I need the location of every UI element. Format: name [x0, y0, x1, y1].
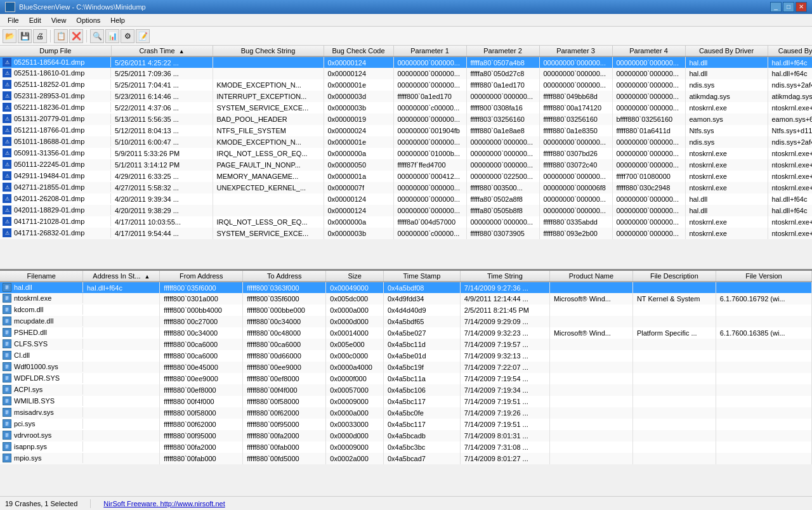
- list-item[interactable]: mcupdate.dllfffff880`00c27000fffff880`00…: [0, 316, 812, 327]
- table-row[interactable]: ⚠042711-21855-01.dmp4/27/2011 5:58:32 ..…: [0, 182, 812, 193]
- toolbar-btn-5[interactable]: ❌: [69, 29, 83, 43]
- driver-filename-text: ACPI.sys: [14, 386, 43, 393]
- toolbar-btn-9[interactable]: 📝: [136, 29, 150, 43]
- bsod-icon: ⚠: [3, 69, 11, 77]
- title-bar-title: BlueScreenView - C:\Windows\Minidump: [19, 3, 146, 11]
- bsod-icon: ⚠: [3, 91, 11, 100]
- col-parameter2[interactable]: Parameter 2: [466, 46, 539, 56]
- table-row[interactable]: ⚠051011-18688-01.dmp5/10/2011 6:00:47 ..…: [0, 136, 812, 148]
- table-row[interactable]: ⚠052211-18236-01.dmp5/22/2011 4:37:06 ..…: [0, 102, 812, 114]
- table-row[interactable]: ⚠052511-18610-01.dmp5/25/2011 7:09:36 ..…: [0, 68, 812, 79]
- list-item[interactable]: ntoskrnl.exefffff800`0301a000fffff800`03…: [0, 293, 812, 304]
- list-item[interactable]: pci.sysfffff880`00f62000fffff880`00f9500…: [0, 419, 812, 430]
- bsod-icon: ⚠: [3, 80, 11, 89]
- list-item[interactable]: WMILIB.SYSfffff880`00f4f000fffff880`00f5…: [0, 396, 812, 407]
- list-item[interactable]: ACPI.sysfffff880`00ef8000fffff880`00f4f0…: [0, 384, 812, 396]
- driver-details-panel: Filename Address In St... ▲ From Address…: [0, 271, 812, 496]
- filename-text: 052211-18236-01.dmp: [14, 103, 84, 111]
- col-parameter4[interactable]: Parameter 4: [612, 46, 685, 56]
- menu-help[interactable]: Help: [105, 15, 130, 25]
- col-crash-time[interactable]: Crash Time ▲: [111, 46, 213, 56]
- list-item[interactable]: Wdf01000.sysfffff880`00e45000fffff880`00…: [0, 362, 812, 373]
- col-bug-check-code[interactable]: Bug Check Code: [324, 46, 393, 56]
- menu-file[interactable]: File: [3, 15, 24, 25]
- toolbar-btn-4[interactable]: 📋: [54, 29, 68, 43]
- table-row[interactable]: ⚠051211-18766-01.dmp5/12/2011 8:04:13 ..…: [0, 125, 812, 136]
- minimize-button[interactable]: _: [770, 2, 782, 12]
- list-item[interactable]: vdrvroot.sysfffff880`00f95000fffff880`00…: [0, 430, 812, 441]
- table-row[interactable]: ⚠052511-18564-01.dmp5/26/2011 4:25:22 ..…: [0, 56, 812, 68]
- file-icon: [3, 408, 11, 417]
- filename-text: 041711-26832-01.dmp: [14, 229, 84, 237]
- driver-filename-text: isapnp.sys: [14, 443, 47, 450]
- list-item[interactable]: CLFS.SYSfffff880`00ca6000fffff880`00ca60…: [0, 339, 812, 350]
- list-item[interactable]: msisadrv.sysfffff880`00f58000fffff880`00…: [0, 407, 812, 419]
- lower-table-container[interactable]: Filename Address In St... ▲ From Address…: [0, 271, 812, 496]
- col-file-description[interactable]: File Description: [632, 271, 716, 282]
- col-dump-file[interactable]: Dump File: [0, 46, 111, 56]
- col-file-version[interactable]: File Version: [716, 271, 811, 282]
- bsod-icon: ⚠: [3, 114, 11, 123]
- table-row[interactable]: ⚠052511-18252-01.dmp5/25/2011 7:04:41 ..…: [0, 79, 812, 91]
- table-row[interactable]: ⚠051311-20779-01.dmp5/13/2011 5:56:35 ..…: [0, 114, 812, 125]
- table-row[interactable]: ⚠041711-26832-01.dmp4/17/2011 9:54:44 ..…: [0, 228, 812, 239]
- menu-view[interactable]: View: [46, 15, 72, 25]
- file-icon: [3, 351, 11, 360]
- maximize-button[interactable]: □: [783, 2, 794, 12]
- col-parameter1[interactable]: Parameter 1: [393, 46, 466, 56]
- table-row[interactable]: ⚠042911-19484-01.dmp4/29/2011 6:33:25 ..…: [0, 171, 812, 182]
- col-caused-driver[interactable]: Caused By Driver: [685, 46, 768, 56]
- bsod-icon: ⚠: [3, 58, 11, 67]
- col-bug-check-string[interactable]: Bug Check String: [213, 46, 324, 56]
- menu-options[interactable]: Options: [71, 15, 105, 25]
- file-icon: [3, 396, 11, 405]
- toolbar-btn-2[interactable]: 💾: [18, 29, 32, 43]
- list-item[interactable]: isapnp.sysfffff880`00fa2000fffff880`00fa…: [0, 441, 812, 453]
- list-item[interactable]: kdcom.dllfffff800`000bb4000fffff800`000b…: [0, 304, 812, 316]
- toolbar-btn-6[interactable]: 🔍: [90, 29, 104, 43]
- lower-table-header: Filename Address In St... ▲ From Address…: [0, 271, 812, 282]
- col-parameter3[interactable]: Parameter 3: [539, 46, 612, 56]
- bsod-icon: ⚠: [3, 206, 11, 214]
- bsod-icon: ⚠: [3, 228, 11, 237]
- driver-filename-text: msisadrv.sys: [14, 409, 54, 416]
- toolbar-btn-3[interactable]: 🖨: [33, 29, 47, 43]
- table-row[interactable]: ⚠050111-22245-01.dmp5/1/2011 3:14:12 PMP…: [0, 159, 812, 171]
- col-time-string[interactable]: Time String: [460, 271, 549, 282]
- close-button[interactable]: ✕: [796, 2, 807, 12]
- table-row[interactable]: ⚠041711-21028-01.dmp4/17/2011 10:03:55..…: [0, 216, 812, 228]
- list-item[interactable]: hal.dllhal.dll+f64cfffff800`035f6000ffff…: [0, 282, 812, 293]
- col-filename[interactable]: Filename: [0, 271, 83, 282]
- toolbar-btn-7[interactable]: 📊: [105, 29, 119, 43]
- table-row[interactable]: ⚠042011-18829-01.dmp4/20/2011 9:38:29 ..…: [0, 205, 812, 216]
- table-row[interactable]: ⚠052311-28953-01.dmp5/23/2011 6:14:46 ..…: [0, 91, 812, 102]
- toolbar-btn-8[interactable]: ⚙: [121, 29, 134, 43]
- driver-filename-text: Wdf01000.sys: [14, 363, 58, 370]
- driver-table: Filename Address In St... ▲ From Address…: [0, 271, 812, 464]
- file-icon: [3, 328, 11, 337]
- filename-text: 042011-26208-01.dmp: [14, 195, 84, 202]
- upper-table-container[interactable]: Dump File Crash Time ▲ Bug Check String …: [0, 46, 812, 269]
- col-caused-address[interactable]: Caused By Address: [768, 46, 812, 56]
- list-item[interactable]: mpio.sysfffff880`00fab000fffff880`00fd50…: [0, 453, 812, 464]
- col-time-stamp[interactable]: Time Stamp: [383, 271, 460, 282]
- file-icon: [3, 283, 11, 292]
- bsod-icon: ⚠: [3, 217, 11, 226]
- col-address-in-stack[interactable]: Address In St... ▲: [83, 271, 160, 282]
- table-row[interactable]: ⚠042011-26208-01.dmp4/20/2011 9:39:34 ..…: [0, 193, 812, 205]
- col-from-address[interactable]: From Address: [160, 271, 243, 282]
- filename-text: 051011-18688-01.dmp: [14, 138, 84, 145]
- list-item[interactable]: CI.dllfffff880`00ca6000fffff880`00d66000…: [0, 350, 812, 362]
- col-to-address[interactable]: To Address: [243, 271, 326, 282]
- filename-text: 042011-18829-01.dmp: [14, 206, 84, 214]
- menu-edit[interactable]: Edit: [24, 15, 46, 25]
- list-item[interactable]: WDFLDR.SYSfffff880`00ee9000fffff880`00ef…: [0, 373, 812, 384]
- col-product-name[interactable]: Product Name: [549, 271, 632, 282]
- filename-text: 051311-20779-01.dmp: [14, 115, 84, 122]
- table-row[interactable]: ⚠050911-31356-01.dmp5/9/2011 5:33:26 PMI…: [0, 148, 812, 159]
- driver-table-body: hal.dllhal.dll+f64cfffff800`035f6000ffff…: [0, 282, 812, 464]
- upper-table-header: Dump File Crash Time ▲ Bug Check String …: [0, 46, 812, 56]
- col-size[interactable]: Size: [326, 271, 384, 282]
- toolbar-btn-1[interactable]: 📂: [3, 29, 16, 43]
- list-item[interactable]: PSHED.dllfffff880`00c34000fffff880`00c48…: [0, 327, 812, 339]
